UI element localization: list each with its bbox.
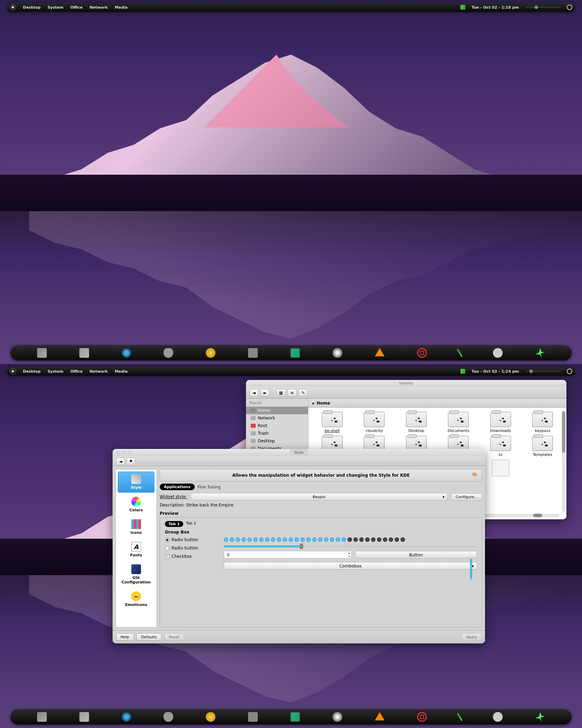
tab-icons[interactable]: Icons: [118, 517, 155, 538]
dock-vlc-icon[interactable]: [375, 348, 385, 356]
dock-gimp-icon[interactable]: [248, 712, 258, 722]
dock-coin-icon[interactable]: [206, 348, 215, 358]
combobox[interactable]: Combobox: [224, 562, 477, 570]
folder-item[interactable]: ss: [481, 436, 520, 457]
dock-media-icon[interactable]: [164, 348, 173, 358]
radio-1[interactable]: Radio button: [165, 537, 217, 542]
tab-applications[interactable]: Applications: [160, 484, 195, 490]
dock-coin-icon[interactable]: [206, 712, 215, 722]
tab-gtk[interactable]: Gtk Configuration: [118, 562, 155, 587]
preview-button[interactable]: Button: [355, 551, 477, 558]
place-desktop[interactable]: Desktop: [246, 437, 308, 445]
menu-desktop[interactable]: Desktop: [19, 5, 44, 10]
dock-display-icon[interactable]: [290, 712, 300, 722]
configure-button[interactable]: Configure...: [451, 493, 482, 501]
dock-browser-icon[interactable]: [122, 712, 131, 722]
logout-icon[interactable]: [567, 369, 572, 374]
forward-button[interactable]: ►: [261, 389, 270, 397]
dock-files-icon[interactable]: [37, 712, 47, 722]
maximize-button[interactable]: [128, 451, 131, 454]
place-trash[interactable]: Trash: [246, 430, 308, 437]
help-button[interactable]: Help: [116, 633, 134, 641]
dock-settings-icon[interactable]: [493, 348, 503, 358]
reset-button[interactable]: Reset: [164, 633, 184, 641]
folder-item[interactable]: Desktop: [397, 412, 436, 433]
place-root[interactable]: Root: [246, 422, 308, 430]
back-button[interactable]: ◄: [249, 389, 258, 397]
volume-slider[interactable]: [526, 7, 561, 8]
dock-files-icon[interactable]: [37, 348, 47, 358]
tab-style[interactable]: Style: [118, 471, 155, 493]
widget-style-select[interactable]: Bespin: [191, 493, 448, 501]
edit-button[interactable]: ✎: [299, 389, 308, 397]
dock-pen-icon[interactable]: [457, 713, 462, 721]
folder-item[interactable]: be-shell: [312, 412, 352, 433]
file-item[interactable]: [481, 460, 520, 478]
menu-network[interactable]: Network: [86, 5, 111, 10]
tray-icon[interactable]: [460, 5, 465, 10]
vertical-scrollbar[interactable]: [562, 411, 565, 512]
sw-titlebar[interactable]: Style: [113, 449, 485, 457]
launcher-icon[interactable]: [10, 4, 16, 10]
breadcrumb[interactable]: ▸Home: [308, 399, 566, 408]
vertical-slider[interactable]: [470, 559, 472, 581]
minimize-button[interactable]: [122, 451, 126, 454]
place-home[interactable]: Home: [246, 407, 308, 414]
dock-power-icon[interactable]: [535, 348, 545, 358]
preview-tab1[interactable]: Tab 1: [165, 521, 183, 527]
folder-icon: [532, 412, 553, 427]
dock-monitor-icon[interactable]: [79, 712, 89, 722]
horizontal-slider[interactable]: [224, 545, 477, 547]
fm-titlebar[interactable]: tommy: [246, 380, 566, 387]
menu-office[interactable]: Office: [67, 5, 86, 10]
dock-disc-icon[interactable]: [333, 712, 342, 722]
menu-desktop[interactable]: Desktop: [19, 369, 44, 374]
folder-item[interactable]: Downloads: [481, 412, 520, 433]
menu-media[interactable]: Media: [111, 5, 131, 10]
folder-item[interactable]: keypass: [523, 412, 563, 433]
dock-display-icon[interactable]: [290, 348, 300, 358]
apply-button[interactable]: Apply: [462, 633, 482, 641]
launcher-icon[interactable]: [10, 368, 16, 374]
dock-stop-icon[interactable]: [417, 712, 427, 722]
dock-disc-icon[interactable]: [333, 348, 342, 358]
place-network[interactable]: Network: [246, 414, 308, 422]
tab-emoticons[interactable]: Emoticons: [118, 589, 155, 610]
settings-header: Allows the manipulation of widget behavi…: [160, 469, 482, 482]
dock-pen-icon[interactable]: [457, 349, 462, 357]
folder-item[interactable]: Documents: [439, 412, 478, 433]
menu-media[interactable]: Media: [111, 369, 131, 374]
preview-tab2[interactable]: Tab 2: [186, 521, 196, 527]
tab-colors[interactable]: Colors: [118, 494, 155, 515]
dock-monitor-icon[interactable]: [79, 348, 89, 358]
dock-browser-icon[interactable]: [122, 348, 131, 358]
logout-icon[interactable]: [567, 5, 572, 10]
clock[interactable]: Tue - Oct 02 - 1:18 pm: [468, 5, 522, 10]
folder-item[interactable]: cloudcity: [355, 412, 394, 433]
volume-slider[interactable]: [526, 371, 561, 372]
menu-system[interactable]: System: [44, 369, 67, 374]
dock-stop-icon[interactable]: [417, 348, 427, 358]
radio-2[interactable]: Radio button: [165, 546, 217, 551]
dock-settings-icon[interactable]: [493, 712, 503, 722]
dock-media-icon[interactable]: [164, 712, 173, 722]
menu-system[interactable]: System: [44, 5, 67, 10]
icon-view-button[interactable]: ▦: [276, 389, 285, 397]
folder-item[interactable]: Templates: [523, 436, 563, 457]
tray-icon[interactable]: [460, 369, 465, 374]
menu-office[interactable]: Office: [67, 369, 86, 374]
menu-network[interactable]: Network: [86, 369, 111, 374]
close-button[interactable]: [117, 451, 120, 454]
spinbox[interactable]: 0: [224, 551, 352, 558]
back-button[interactable]: ◄: [116, 458, 125, 465]
tool-button[interactable]: ⚑: [126, 458, 135, 465]
list-view-button[interactable]: ≡: [288, 389, 297, 397]
dock-power-icon[interactable]: [535, 712, 545, 722]
defaults-button[interactable]: Defaults: [136, 633, 161, 641]
dock-vlc-icon[interactable]: [375, 712, 385, 720]
clock[interactable]: Tue - Oct 02 - 1:24 pm: [468, 369, 522, 374]
tab-fonts[interactable]: Fonts: [118, 539, 155, 560]
tab-finetuning[interactable]: Fine Tuning: [197, 485, 221, 489]
dock-gimp-icon[interactable]: [248, 348, 258, 358]
checkbox[interactable]: ✓Checkbox: [165, 554, 217, 559]
